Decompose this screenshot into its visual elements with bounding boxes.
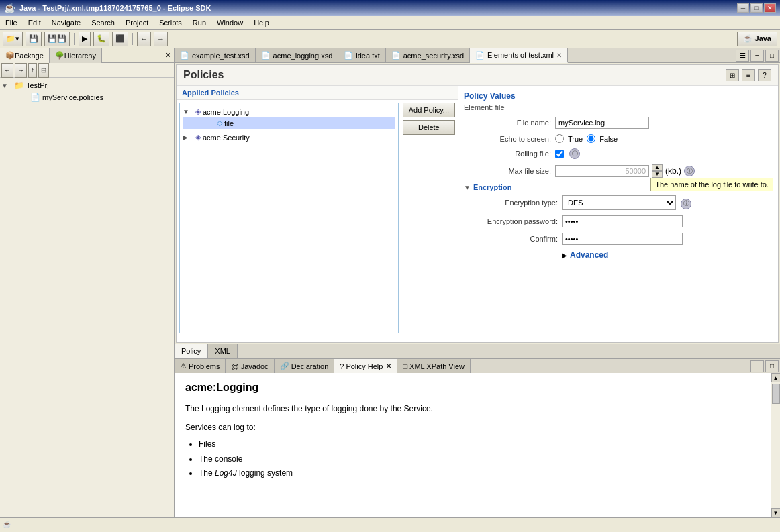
max-size-input[interactable]: [555, 165, 649, 177]
policy-help-close[interactable]: ✕: [386, 362, 391, 370]
help-button[interactable]: ?: [758, 69, 771, 81]
menu-project[interactable]: Project: [123, 18, 151, 28]
encryption-password-input[interactable]: [562, 215, 683, 227]
toolbar-separator-1: [74, 33, 75, 45]
tab-acme-logging[interactable]: 📄 acme_logging.xsd: [256, 48, 339, 62]
security-label: acme:Security: [203, 134, 250, 142]
delete-button[interactable]: Delete: [403, 120, 455, 135]
new-button[interactable]: 📁▾: [3, 32, 23, 46]
tab-idea[interactable]: 📄 idea.txt: [338, 48, 385, 62]
save-all-button[interactable]: 💾💾: [44, 32, 70, 46]
list-view-button[interactable]: ≡: [742, 69, 755, 81]
editor-bottom-tab-xml[interactable]: XML: [208, 344, 238, 358]
max-size-up-button[interactable]: ▲: [652, 164, 663, 171]
sidebar-tab-package[interactable]: 📦 Package: [0, 48, 50, 63]
sidebar-collapse-button[interactable]: ⊟: [38, 63, 49, 78]
javadoc-icon: @: [231, 362, 238, 370]
logging-label: acme:Logging: [203, 108, 249, 116]
grid-view-button[interactable]: ⊞: [726, 69, 739, 81]
problems-icon: ⚠: [180, 362, 187, 370]
java-perspective-button[interactable]: ☕ Java: [737, 32, 777, 46]
rolling-checkbox[interactable]: [555, 150, 564, 158]
policy-tree-acme-security[interactable]: ▶ ◈ acme:Security: [183, 131, 395, 143]
menu-edit[interactable]: Edit: [26, 18, 44, 28]
encryption-type-field: DES AES 3DES ⓘ: [562, 195, 691, 210]
advanced-arrow-icon: ▶: [562, 252, 567, 259]
sidebar-up-button[interactable]: ↑: [28, 63, 37, 78]
echo-radio-group: True False: [555, 134, 618, 143]
sidebar-tab-hierarchy[interactable]: 🌳 Hierarchy: [50, 48, 102, 63]
sidebar-forward-button[interactable]: →: [15, 63, 27, 78]
menu-scripts[interactable]: Scripts: [156, 18, 185, 28]
sidebar-close-button[interactable]: ✕: [162, 51, 174, 60]
maximize-editor-button[interactable]: □: [765, 50, 779, 62]
bottom-tab-problems[interactable]: ⚠ Problems: [175, 359, 226, 373]
tree-root[interactable]: ▼ 📁 TestPrj: [1, 79, 173, 91]
tab-example-test[interactable]: 📄 example_test.xsd: [175, 48, 256, 62]
minimize-button[interactable]: ─: [737, 3, 749, 13]
menu-search[interactable]: Search: [89, 18, 117, 28]
encryption-type-info-icon[interactable]: ⓘ: [681, 199, 691, 209]
menu-run[interactable]: Run: [190, 18, 209, 28]
forward-button[interactable]: →: [154, 32, 168, 46]
toolbar: 📁▾ 💾 💾💾 ▶ 🐛 ⬛ ← → ☕ Java: [0, 30, 780, 48]
advanced-row: ▶ Advanced: [471, 250, 773, 260]
menu-file[interactable]: File: [3, 18, 20, 28]
maximize-button[interactable]: □: [750, 3, 763, 13]
menubar: File Edit Navigate Search Project Script…: [0, 16, 780, 30]
scroll-thumb[interactable]: [772, 384, 780, 404]
close-button[interactable]: ✕: [764, 3, 776, 13]
rolling-info-icon[interactable]: ⓘ: [569, 148, 580, 159]
app-icon: ☕: [4, 3, 15, 13]
stop-button[interactable]: ⬛: [112, 32, 128, 46]
file-name-input[interactable]: [555, 117, 649, 129]
bottom-tab-declaration[interactable]: 🔗 Declaration: [275, 359, 335, 373]
logging-icon: ◈: [195, 107, 201, 116]
advanced-link[interactable]: ▶ Advanced: [562, 250, 608, 260]
menu-window[interactable]: Window: [214, 18, 246, 28]
bottom-minimize-button[interactable]: −: [750, 360, 764, 372]
debug-button[interactable]: 🐛: [93, 32, 109, 46]
rolling-field: ⓘ: [555, 148, 580, 159]
tab-acme-security[interactable]: 📄 acme_security.xsd: [386, 48, 470, 62]
tree-item-mypolicies[interactable]: 📄 myService.policies: [1, 91, 173, 103]
bottom-tab-policy-help[interactable]: ? Policy Help ✕: [334, 359, 397, 373]
help-list: Files The console The Log4J logging syst…: [185, 437, 760, 481]
sidebar-content: ▼ 📁 TestPrj 📄 myService.policies: [0, 78, 174, 517]
menu-help[interactable]: Help: [251, 18, 272, 28]
encryption-label: Encryption: [473, 183, 511, 191]
scroll-down-button[interactable]: ▼: [771, 508, 781, 517]
sidebar-tabs: 📦 Package 🌳 Hierarchy ✕: [0, 48, 174, 63]
expand-icon: ▼: [1, 82, 12, 89]
window-title: Java - TestPrj/.xml.tmp1187024175765_0 -…: [19, 4, 733, 12]
minimize-editor-button[interactable]: −: [750, 50, 764, 62]
scroll-up-button[interactable]: ▲: [771, 373, 781, 382]
max-size-down-button[interactable]: ▼: [652, 171, 663, 178]
editor-bottom-tab-policy[interactable]: Policy: [175, 344, 208, 358]
editor-tabs: 📄 example_test.xsd 📄 acme_logging.xsd 📄 …: [175, 48, 780, 63]
confirm-input[interactable]: [562, 233, 683, 245]
file-label: file: [224, 119, 234, 127]
max-size-info-icon[interactable]: ⓘ: [684, 166, 695, 176]
echo-row: Echo to screen: True False: [464, 134, 773, 143]
bottom-maximize-button[interactable]: □: [765, 360, 779, 372]
policy-values-element: Element: file: [464, 103, 773, 111]
bottom-tab-javadoc[interactable]: @ Javadoc: [226, 359, 274, 373]
echo-true-radio[interactable]: [555, 134, 564, 143]
back-button[interactable]: ←: [137, 32, 151, 46]
encryption-type-select[interactable]: DES AES 3DES: [562, 195, 676, 210]
tab-elements-test[interactable]: 📄 Elements of test.xml ✕: [470, 48, 568, 63]
add-policy-button[interactable]: Add Policy...: [403, 103, 455, 117]
tab-close-button[interactable]: ✕: [556, 52, 562, 59]
bottom-tab-xpath[interactable]: □ XML XPath View: [397, 359, 471, 373]
policy-tree-file[interactable]: ◇ file: [183, 117, 395, 129]
sidebar-back-button[interactable]: ←: [1, 63, 13, 78]
save-button[interactable]: 💾: [26, 32, 42, 46]
run-button[interactable]: ▶: [79, 32, 91, 46]
policy-tree-acme-logging[interactable]: ▼ ◈ acme:Logging: [183, 106, 395, 117]
echo-false-radio[interactable]: [587, 134, 595, 143]
encryption-content: Encryption type: DES AES 3DES ⓘ: [464, 195, 773, 260]
view-list-button[interactable]: ☰: [736, 50, 749, 62]
encryption-header[interactable]: ▼ Encryption: [464, 183, 773, 191]
menu-navigate[interactable]: Navigate: [49, 18, 83, 28]
